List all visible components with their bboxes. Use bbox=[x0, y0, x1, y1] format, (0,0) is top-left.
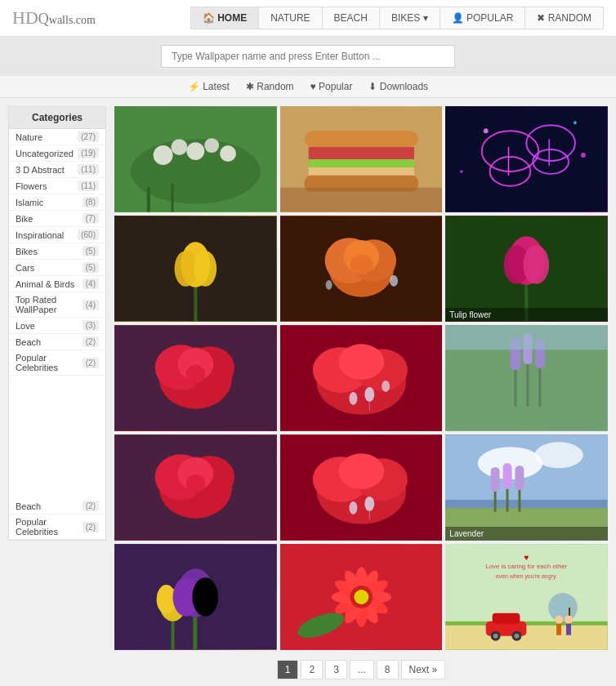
svg-point-44 bbox=[524, 245, 550, 284]
nav-bikes[interactable]: BIKES ▾ bbox=[380, 7, 440, 29]
svg-rect-15 bbox=[280, 188, 443, 212]
svg-point-73 bbox=[185, 474, 205, 492]
gallery-item-12[interactable]: Lavender bbox=[445, 434, 608, 541]
svg-point-80 bbox=[349, 501, 357, 514]
categories-title: Categories bbox=[9, 107, 105, 129]
svg-point-37 bbox=[350, 255, 373, 274]
nav-nature[interactable]: NATURE bbox=[259, 7, 322, 29]
gallery-item-4[interactable] bbox=[114, 216, 277, 322]
gallery-item-1[interactable] bbox=[114, 106, 277, 212]
search-input[interactable] bbox=[161, 45, 455, 68]
page-8-button[interactable]: 8 bbox=[377, 660, 399, 679]
svg-point-55 bbox=[338, 344, 384, 380]
svg-point-4 bbox=[186, 142, 204, 160]
gallery-item-10[interactable] bbox=[114, 434, 277, 541]
svg-rect-11 bbox=[308, 147, 413, 159]
filter-random[interactable]: ✱ Random bbox=[246, 81, 294, 92]
page-ellipsis-button[interactable]: ... bbox=[350, 660, 374, 679]
cat-inspirational[interactable]: Inspirational (60) bbox=[9, 227, 105, 243]
svg-point-6 bbox=[220, 145, 236, 162]
svg-rect-13 bbox=[308, 167, 413, 176]
svg-rect-67 bbox=[445, 325, 608, 350]
logo-walls: walls.com bbox=[49, 14, 96, 26]
site-logo[interactable]: HDQwalls.com bbox=[12, 7, 96, 29]
cat-bikes[interactable]: Bikes (5) bbox=[9, 243, 105, 260]
gallery-item-14[interactable] bbox=[280, 544, 443, 650]
svg-text:Love is caring for each other: Love is caring for each other bbox=[486, 563, 569, 570]
svg-point-23 bbox=[581, 153, 586, 158]
svg-rect-129 bbox=[556, 624, 561, 635]
page-1-button[interactable]: 1 bbox=[277, 660, 299, 679]
svg-text:even when you're angry.: even when you're angry. bbox=[496, 573, 557, 580]
cat-flowers[interactable]: Flowers (11) bbox=[9, 178, 105, 194]
cat-beach-2[interactable]: Beach (2) bbox=[9, 498, 105, 514]
svg-rect-8 bbox=[172, 184, 174, 212]
cat-love[interactable]: Love (3) bbox=[9, 318, 105, 334]
cat-animal-birds[interactable]: Animal & Birds (4) bbox=[9, 276, 105, 292]
svg-point-58 bbox=[382, 381, 390, 392]
svg-rect-121 bbox=[493, 613, 520, 624]
svg-point-85 bbox=[535, 442, 584, 468]
gallery-area: Tulip flower bbox=[114, 106, 608, 686]
main-nav: 🏠 HOME NATURE BEACH BIKES ▾ 👤 POPULAR ✖ … bbox=[190, 7, 604, 29]
logo-hd: HD bbox=[12, 7, 38, 28]
gallery-item-13[interactable] bbox=[114, 544, 277, 650]
gallery-item-15[interactable]: Love is caring for each other even when … bbox=[445, 544, 608, 650]
nav-popular[interactable]: 👤 POPULAR bbox=[440, 7, 526, 29]
svg-rect-92 bbox=[516, 466, 524, 490]
svg-text:♥: ♥ bbox=[524, 553, 529, 562]
svg-rect-90 bbox=[491, 467, 500, 492]
gallery-item-11[interactable] bbox=[280, 434, 443, 541]
filter-downloads[interactable]: ⬇ Downloads bbox=[368, 81, 428, 92]
sidebar: Categories Nature (27) Uncategorized (19… bbox=[8, 106, 106, 686]
svg-rect-12 bbox=[308, 159, 413, 167]
svg-rect-10 bbox=[304, 131, 417, 147]
page-3-button[interactable]: 3 bbox=[325, 660, 347, 679]
nav-random[interactable]: ✖ RANDOM bbox=[525, 7, 604, 29]
svg-point-21 bbox=[484, 128, 489, 133]
cat-3d-abstract[interactable]: 3 D Abstract (11) bbox=[9, 162, 105, 178]
svg-point-100 bbox=[192, 577, 218, 617]
cat-uncategorized[interactable]: Uncategorized (19) bbox=[9, 145, 105, 162]
gallery-item-8[interactable] bbox=[280, 325, 443, 431]
svg-point-50 bbox=[185, 365, 205, 383]
gallery-item-5[interactable] bbox=[280, 216, 443, 322]
page-2-button[interactable]: 2 bbox=[301, 660, 323, 679]
cat-bike[interactable]: Bike (7) bbox=[9, 211, 105, 227]
gallery-item-7[interactable] bbox=[114, 325, 277, 431]
cat-top-rated[interactable]: Top Rated WallPaper (4) bbox=[9, 292, 105, 318]
gallery-item-3[interactable] bbox=[445, 106, 608, 212]
svg-point-79 bbox=[364, 497, 374, 511]
svg-rect-91 bbox=[503, 463, 512, 489]
main-content: Categories Nature (27) Uncategorized (19… bbox=[0, 98, 616, 686]
svg-point-78 bbox=[338, 453, 384, 489]
gallery-item-2[interactable] bbox=[280, 106, 443, 212]
gallery-item-6[interactable]: Tulip flower bbox=[445, 216, 608, 322]
svg-point-56 bbox=[364, 387, 374, 402]
svg-point-130 bbox=[565, 616, 573, 624]
svg-rect-7 bbox=[147, 188, 150, 212]
gallery-item-9[interactable] bbox=[445, 325, 608, 431]
filter-popular[interactable]: ♥ Popular bbox=[310, 81, 353, 92]
svg-point-3 bbox=[172, 139, 188, 155]
cat-islamic[interactable]: Islamic (8) bbox=[9, 194, 105, 211]
svg-point-5 bbox=[204, 138, 219, 153]
search-area bbox=[0, 37, 616, 76]
svg-point-31 bbox=[194, 251, 216, 287]
svg-point-38 bbox=[390, 275, 398, 287]
page-next-button[interactable]: Next » bbox=[401, 660, 446, 679]
cat-popular-celebrities-2[interactable]: Popular Celebrities (2) bbox=[9, 514, 105, 540]
cat-cars[interactable]: Cars (5) bbox=[9, 260, 105, 276]
nav-home[interactable]: 🏠 HOME bbox=[190, 7, 259, 29]
svg-point-22 bbox=[574, 121, 577, 124]
gallery-label-6: Tulip flower bbox=[445, 308, 608, 322]
filter-latest[interactable]: ⚡ Latest bbox=[188, 81, 230, 92]
cat-nature[interactable]: Nature (27) bbox=[9, 129, 105, 145]
cat-popular-celebrities[interactable]: Popular Celebrities (2) bbox=[9, 350, 105, 376]
nav-beach[interactable]: BEACH bbox=[323, 7, 380, 29]
logo-q: Q bbox=[38, 11, 49, 27]
cat-beach[interactable]: Beach (2) bbox=[9, 334, 105, 350]
svg-point-126 bbox=[548, 593, 578, 622]
svg-point-123 bbox=[493, 634, 498, 639]
gallery-label-12: Lavender bbox=[445, 527, 608, 541]
